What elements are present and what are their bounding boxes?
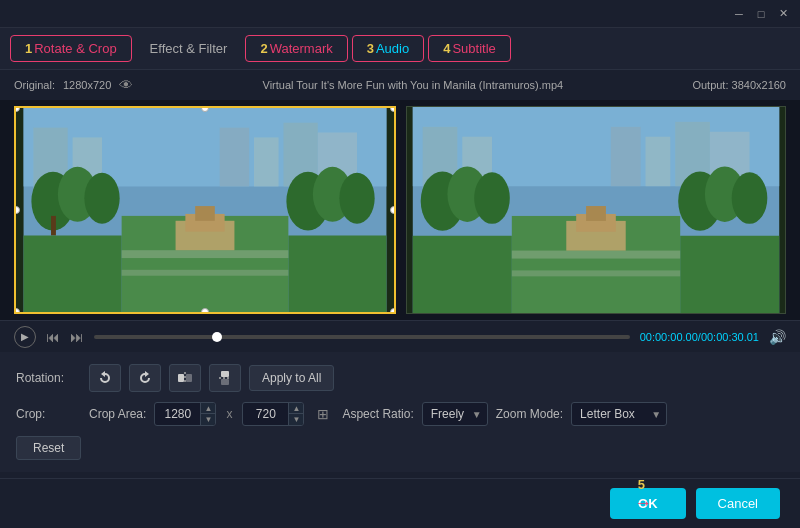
- step-number-5: 5: [638, 477, 645, 492]
- crop-height-up[interactable]: ▲: [289, 403, 303, 414]
- handle-mr[interactable]: [390, 206, 396, 214]
- video-inner-right: [407, 107, 785, 313]
- svg-rect-48: [586, 206, 606, 221]
- svg-rect-42: [413, 236, 512, 313]
- svg-rect-50: [186, 374, 192, 382]
- apply-to-all-button[interactable]: Apply to All: [249, 365, 334, 391]
- svg-rect-18: [24, 236, 122, 313]
- time-display: 00:00:00.00/00:00:30.01: [640, 331, 759, 343]
- flip-horizontal-button[interactable]: [169, 364, 201, 392]
- progress-bar[interactable]: [94, 335, 630, 339]
- svg-rect-43: [680, 236, 779, 313]
- bottom-bar: OK Cancel: [0, 478, 800, 528]
- total-time: 00:00:30.01: [701, 331, 759, 343]
- rotate-left-button[interactable]: [89, 364, 121, 392]
- tab-number-3: 3: [367, 41, 374, 56]
- step-5-arrow-icon: →: [634, 493, 652, 514]
- volume-icon[interactable]: 🔊: [769, 329, 786, 345]
- svg-rect-28: [646, 137, 671, 187]
- minimize-button[interactable]: ─: [730, 5, 748, 23]
- crop-area-label: Crop Area:: [89, 407, 146, 421]
- video-inner-left: [16, 108, 394, 312]
- handle-bm[interactable]: [201, 308, 209, 314]
- zoom-mode-label: Zoom Mode:: [496, 407, 563, 421]
- aspect-ratio-select-wrap: Freely 16:9 4:3 1:1 ▼: [422, 402, 488, 426]
- crop-width-input[interactable]: ▲ ▼: [154, 402, 216, 426]
- video-preview-right[interactable]: [406, 106, 786, 314]
- handle-bl[interactable]: [14, 308, 20, 314]
- cancel-button[interactable]: Cancel: [696, 488, 780, 519]
- svg-point-35: [474, 172, 510, 224]
- svg-point-10: [84, 173, 119, 224]
- crop-height-down[interactable]: ▼: [289, 414, 303, 425]
- rotation-label: Rotation:: [16, 371, 81, 385]
- eye-icon[interactable]: 👁: [119, 77, 133, 93]
- handle-tr[interactable]: [390, 106, 396, 112]
- play-button[interactable]: ▶: [14, 326, 36, 348]
- title-bar: ─ □ ✕: [0, 0, 800, 28]
- video-preview-left[interactable]: [14, 106, 396, 314]
- info-bar: Original: 1280x720 👁 Virtual Tour It's M…: [0, 70, 800, 100]
- svg-rect-20: [122, 250, 289, 258]
- svg-rect-19: [288, 236, 386, 313]
- prev-frame-button[interactable]: ⏮: [46, 329, 60, 345]
- tab-label-audio: Audio: [376, 41, 409, 56]
- svg-rect-11: [51, 216, 56, 236]
- close-button[interactable]: ✕: [774, 5, 792, 23]
- original-resolution: 1280x720: [63, 79, 111, 91]
- output-label: Output:: [692, 79, 728, 91]
- svg-rect-24: [195, 206, 215, 221]
- svg-point-14: [339, 173, 374, 224]
- original-label: Original:: [14, 79, 55, 91]
- tab-rotate-crop[interactable]: 1 Rotate & Crop: [10, 35, 132, 62]
- tab-label-subtitle: Subtitle: [452, 41, 495, 56]
- crop-width-down[interactable]: ▼: [201, 414, 215, 425]
- reset-row: Reset: [16, 436, 784, 460]
- info-left: Original: 1280x720 👁: [14, 77, 133, 93]
- svg-rect-45: [512, 270, 680, 276]
- x-separator: x: [226, 407, 232, 421]
- tab-number-1: 1: [25, 41, 32, 56]
- expand-icon[interactable]: ⊞: [312, 403, 334, 425]
- output-resolution: 3840x2160: [732, 79, 786, 91]
- crop-width-spin: ▲ ▼: [200, 403, 215, 425]
- svg-rect-21: [122, 270, 289, 276]
- rotate-right-button[interactable]: [129, 364, 161, 392]
- progress-handle[interactable]: [212, 332, 222, 342]
- maximize-button[interactable]: □: [752, 5, 770, 23]
- tab-effect-filter[interactable]: Effect & Filter: [136, 36, 242, 61]
- zoom-mode-select-wrap: Letter Box Pan & Scan Full ▼: [571, 402, 667, 426]
- svg-rect-53: [221, 379, 229, 385]
- next-frame-button[interactable]: ⏭: [70, 329, 84, 345]
- crop-width-up[interactable]: ▲: [201, 403, 215, 414]
- tab-subtitle[interactable]: 4 Subtitle: [428, 35, 511, 62]
- tab-number-4: 4: [443, 41, 450, 56]
- tab-audio[interactable]: 3 Audio: [352, 35, 424, 62]
- rotation-row: Rotation: Apply to All: [16, 364, 784, 392]
- flip-vertical-button[interactable]: [209, 364, 241, 392]
- zoom-mode-select[interactable]: Letter Box Pan & Scan Full: [571, 402, 667, 426]
- svg-rect-3: [254, 137, 279, 186]
- svg-rect-2: [220, 128, 249, 187]
- filename-label: Virtual Tour It's More Fun with You in M…: [263, 79, 564, 91]
- svg-rect-27: [611, 127, 641, 186]
- tab-label-watermark: Watermark: [270, 41, 333, 56]
- aspect-ratio-label: Aspect Ratio:: [342, 407, 413, 421]
- handle-br[interactable]: [390, 308, 396, 314]
- reset-button[interactable]: Reset: [16, 436, 81, 460]
- tab-bar: 1 Rotate & Crop Effect & Filter 2 Waterm…: [0, 28, 800, 70]
- tab-watermark[interactable]: 2 Watermark: [245, 35, 347, 62]
- video-area: [0, 100, 800, 320]
- aspect-ratio-select[interactable]: Freely 16:9 4:3 1:1: [422, 402, 488, 426]
- tab-label-rotate: Rotate & Crop: [34, 41, 116, 56]
- tab-label-effect: Effect & Filter: [150, 41, 228, 56]
- svg-rect-44: [512, 251, 680, 259]
- crop-label: Crop:: [16, 407, 81, 421]
- output-info: Output: 3840x2160: [692, 79, 786, 91]
- crop-row: Crop: Crop Area: ▲ ▼ x ▲ ▼ ⊞ Aspect Rati…: [16, 402, 784, 426]
- crop-height-input[interactable]: ▲ ▼: [242, 402, 304, 426]
- svg-rect-52: [221, 371, 229, 377]
- playback-bar: ▶ ⏮ ⏭ 00:00:00.00/00:00:30.01 🔊: [0, 320, 800, 352]
- controls-panel: Rotation: Apply to All: [0, 352, 800, 472]
- crop-height-spin: ▲ ▼: [288, 403, 303, 425]
